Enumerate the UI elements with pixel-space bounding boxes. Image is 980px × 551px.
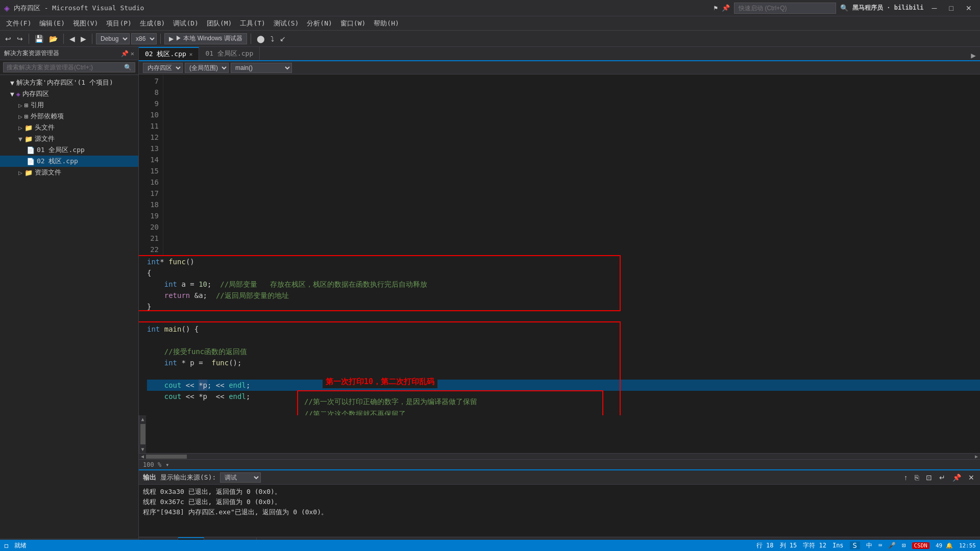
h-scroll-left[interactable]: ◀ bbox=[139, 454, 146, 459]
window-title: 内存四区 - Microsoft Visual Studio bbox=[14, 4, 714, 13]
globalcpp-icon: 📄 bbox=[27, 146, 35, 154]
menu-view[interactable]: 视图(V) bbox=[69, 18, 102, 29]
output-wrap-btn[interactable]: ↵ bbox=[938, 473, 947, 482]
breakpoint-btn[interactable]: ⬤ bbox=[255, 34, 267, 44]
tab-stackcpp-close[interactable]: ✕ bbox=[189, 51, 193, 58]
project-label: 内存四区 bbox=[22, 89, 49, 98]
res-expand-icon: ▷ bbox=[18, 169, 22, 177]
sep3 bbox=[92, 34, 92, 44]
zoom-bar: 100 % ▾ bbox=[139, 459, 980, 469]
output-close-btn[interactable]: ✕ bbox=[967, 473, 976, 482]
sidebar-item-solution[interactable]: ▼ 解决方案'内存四区'(1 个项目) bbox=[0, 77, 138, 88]
menu-test[interactable]: 测试(S) bbox=[270, 18, 303, 29]
sidebar-item-stackcpp[interactable]: 📄 02 栈区.cpp bbox=[0, 156, 138, 167]
sep4 bbox=[160, 34, 161, 44]
menu-tools[interactable]: 工具(T) bbox=[236, 18, 269, 29]
tab-scroll-right[interactable]: ▶ bbox=[967, 51, 980, 60]
run-local-button[interactable]: ▶ ▶ 本地 Windows 调试器 bbox=[164, 33, 247, 44]
tab-stackcpp[interactable]: 02 栈区.cpp ✕ bbox=[139, 47, 199, 60]
scroll-up-icon[interactable]: ▲ bbox=[141, 416, 144, 422]
step-over-btn[interactable]: ⤵ bbox=[268, 34, 276, 44]
open-btn[interactable]: 📂 bbox=[47, 34, 60, 44]
ext-label: 外部依赖项 bbox=[31, 112, 64, 121]
scroll-down-icon[interactable]: ▼ bbox=[141, 446, 144, 452]
scroll-thumb[interactable] bbox=[140, 424, 145, 444]
sidebar-item-project[interactable]: ▼ ◈ 内存四区 bbox=[0, 88, 138, 99]
toolbar: ↩ ↪ 💾 📂 ◀ ▶ Debug x86 ▶ ▶ 本地 Windows 调试器… bbox=[0, 31, 980, 47]
sidebar-item-sources[interactable]: ▼ 📁 源文件 bbox=[0, 133, 138, 144]
tab-globalcpp-label: 01 全局区.cpp bbox=[205, 49, 253, 58]
debug-config-select[interactable]: Debug bbox=[96, 33, 130, 44]
h-scrollbar[interactable]: ◀ ▶ bbox=[139, 453, 980, 459]
menu-help[interactable]: 帮助(H) bbox=[370, 18, 403, 29]
scope-dropdown[interactable]: (全局范围) bbox=[185, 63, 229, 73]
menu-window[interactable]: 窗口(W) bbox=[336, 18, 370, 29]
sidebar-close-icon[interactable]: ✕ bbox=[131, 50, 134, 57]
minimize-button[interactable]: ─ bbox=[928, 4, 941, 12]
sidebar-search-container: 🔍 bbox=[0, 60, 138, 75]
h-scroll-right[interactable]: ▶ bbox=[973, 454, 980, 459]
output-filter-select[interactable]: 调试 bbox=[220, 472, 261, 483]
undo-btn[interactable]: ↩ bbox=[3, 34, 13, 44]
menu-edit[interactable]: 编辑(E) bbox=[35, 18, 68, 29]
h-scroll-thumb[interactable] bbox=[146, 455, 187, 459]
right-scrollbar[interactable]: ▲ ▼ bbox=[139, 415, 146, 453]
code-editor: 7 8 9 10 11 12 13 14 15 16 17 18 19 20 2… bbox=[139, 74, 980, 453]
sidebar-item-globalcpp[interactable]: 📄 01 全局区.cpp bbox=[0, 144, 138, 156]
close-button[interactable]: ✕ bbox=[962, 4, 976, 12]
ref-icon: ⊞ bbox=[24, 102, 29, 109]
menu-project[interactable]: 项目(P) bbox=[102, 18, 135, 29]
back-btn[interactable]: ◀ bbox=[67, 34, 77, 44]
step-into-btn[interactable]: ↙ bbox=[278, 34, 288, 44]
code-lines[interactable]: int* func() { int a = 10; //局部变量 存放在栈区，栈… bbox=[139, 255, 980, 415]
stackcpp-icon: 📄 bbox=[27, 158, 35, 165]
sidebar-pin-icon[interactable]: 📌 bbox=[121, 50, 129, 57]
sidebar-item-ref[interactable]: ▷ ⊞ 引用 bbox=[0, 99, 138, 111]
code-line-7: int* func() bbox=[147, 256, 980, 267]
src-expand-icon: ▼ bbox=[18, 135, 22, 143]
project-expand-icon: ▼ bbox=[10, 90, 14, 98]
save-btn[interactable]: 💾 bbox=[33, 34, 45, 44]
output-copy-btn[interactable]: ⎘ bbox=[913, 473, 920, 482]
tab-globalcpp[interactable]: 01 全局区.cpp bbox=[199, 47, 260, 60]
output-filter-btn[interactable]: ⊡ bbox=[924, 473, 934, 482]
output-line-1: 线程 0x3a30 已退出, 返回值为 0 (0x0)。 bbox=[143, 487, 976, 497]
sep1 bbox=[29, 34, 29, 44]
sidebar-search-input[interactable] bbox=[7, 64, 124, 71]
status-mode: Ins bbox=[832, 542, 844, 549]
forward-btn[interactable]: ▶ bbox=[79, 34, 88, 44]
output-header: 输出 显示输出来源(S): 调试 ↑ ⎘ ⊡ ↵ 📌 ✕ bbox=[139, 470, 980, 485]
time-icon: 12:55 bbox=[959, 542, 976, 549]
menu-team[interactable]: 团队(M) bbox=[203, 18, 236, 29]
sidebar-item-extern-deps[interactable]: ▷ ⊞ 外部依赖项 bbox=[0, 111, 138, 122]
zoom-label: 100 % bbox=[143, 461, 161, 468]
sidebar-item-headers[interactable]: ▷ 📁 头文件 bbox=[0, 122, 138, 133]
stackcpp-label: 02 栈区.cpp bbox=[37, 157, 78, 166]
menu-analyze[interactable]: 分析(N) bbox=[303, 18, 336, 29]
output-filter-label: 显示输出来源(S): bbox=[160, 473, 216, 482]
file-dropdown[interactable]: 内存四区 bbox=[143, 63, 183, 73]
ref-label: 引用 bbox=[31, 101, 44, 110]
quick-launch-input[interactable] bbox=[734, 3, 836, 14]
code-line-20 bbox=[147, 402, 980, 413]
globalcpp-label: 01 全局区.cpp bbox=[37, 145, 85, 155]
code-line-11: } bbox=[147, 301, 980, 312]
code-line-8: { bbox=[147, 267, 980, 279]
output-title: 输出 bbox=[143, 473, 156, 482]
platform-select[interactable]: x86 bbox=[131, 33, 157, 44]
line-numbers: 7 8 9 10 11 12 13 14 15 16 17 18 19 20 2… bbox=[139, 74, 163, 255]
menu-file[interactable]: 文件(F) bbox=[2, 18, 35, 29]
vs-icon: ◈ bbox=[4, 3, 10, 13]
output-clear-btn[interactable]: ↑ bbox=[902, 473, 909, 482]
symbol-dropdown[interactable]: main() bbox=[231, 63, 292, 73]
menu-build[interactable]: 生成(B) bbox=[136, 18, 169, 29]
sonar-icon: S bbox=[850, 541, 860, 549]
maximize-button[interactable]: □ bbox=[945, 4, 958, 12]
status-text: 就绪 bbox=[14, 541, 27, 550]
run-label: ▶ 本地 Windows 调试器 bbox=[176, 34, 242, 43]
status-col: 列 15 bbox=[780, 541, 797, 550]
sidebar-item-resources[interactable]: ▷ 📁 资源文件 bbox=[0, 167, 138, 178]
menu-debug[interactable]: 调试(D) bbox=[169, 18, 202, 29]
output-pin-btn[interactable]: 📌 bbox=[951, 473, 963, 482]
redo-btn[interactable]: ↪ bbox=[15, 34, 25, 44]
